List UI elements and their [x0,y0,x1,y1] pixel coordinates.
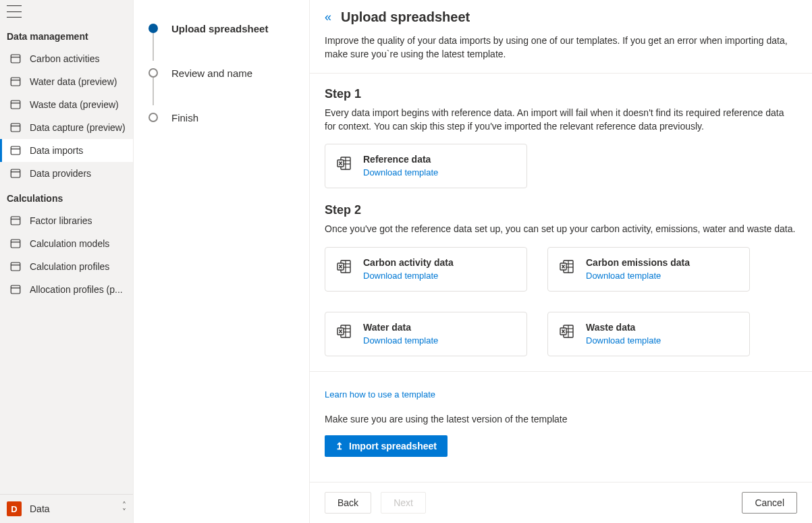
step-indicator-icon [148,68,158,78]
wizard-step-review[interactable]: Review and name [148,62,294,84]
sidebar-item-data-capture[interactable]: Data capture (preview) [0,116,133,139]
card-carbon-activity: Carbon activity data Download template [325,247,527,292]
sidebar-section-title: Calculations [0,185,133,209]
back-button[interactable]: Back [325,492,371,514]
step-indicator-icon [148,113,158,122]
wizard-steps: Upload spreadsheet Review and name Finis… [134,0,309,523]
sidebar-item-allocation-profiles[interactable]: Allocation profiles (p... [0,278,133,301]
download-template-link[interactable]: Download template [363,167,438,177]
sidebar-item-calculation-profiles[interactable]: Calculation profiles [0,255,133,278]
card-title: Carbon activity data [363,257,454,268]
waste-icon [9,99,22,111]
capture-icon [9,121,22,134]
wizard-step-upload[interactable]: Upload spreadsheet [148,18,294,39]
page-title: Upload spreadsheet [341,9,470,25]
sidebar-item-factor-libraries[interactable]: Factor libraries [0,209,133,232]
learn-how-link[interactable]: Learn how to use a template [325,389,435,400]
next-button[interactable]: Next [381,492,426,514]
page-subtitle: Improve the quality of your data imports… [325,34,797,61]
template-version-note: Make sure you are using the latest versi… [325,414,797,424]
app-name: Data [30,503,114,514]
sidebar-item-data-imports[interactable]: Data imports [0,139,133,162]
sidebar-section-title: Data management [0,23,133,47]
allocation-icon [9,283,22,296]
sidebar-item-label: Carbon activities [30,53,100,64]
sidebar-item-label: Data imports [30,145,83,156]
download-template-link[interactable]: Download template [586,271,661,281]
sidebar-item-label: Water data (preview) [30,76,117,87]
sidebar-item-water-data[interactable]: Water data (preview) [0,70,133,93]
main-panel: « Upload spreadsheet Improve the quality… [309,0,812,523]
excel-icon [336,323,352,339]
updown-icon: ˄˅ [122,502,126,516]
cancel-button[interactable]: Cancel [742,492,797,514]
upload-icon: ↥ [335,441,344,451]
excel-icon [559,323,575,339]
sidebar-item-label: Data capture (preview) [30,122,126,133]
sidebar-item-data-providers[interactable]: Data providers [0,162,133,185]
left-sidebar: Data management Carbon activities Water … [0,0,134,523]
sidebar-item-label: Waste data (preview) [30,99,119,110]
primary-button-label: Import spreadsheet [349,441,437,451]
card-waste-data: Waste data Download template [547,312,750,356]
app-switcher[interactable]: D Data ˄˅ [0,494,133,523]
excel-icon [336,258,352,275]
card-title: Reference data [363,154,438,165]
step1-heading: Step 1 [325,87,797,101]
excel-icon [559,258,575,275]
imports-icon [9,144,22,157]
sidebar-item-label: Data providers [30,168,91,179]
providers-icon [9,167,22,180]
step-label: Review and name [171,67,252,79]
card-reference-data: Reference data Download template [325,144,527,188]
wizard-step-finish[interactable]: Finish [148,107,294,128]
step-indicator-active-icon [148,24,158,33]
sidebar-item-carbon-activities[interactable]: Carbon activities [0,47,133,70]
models-icon [9,238,22,250]
download-template-link[interactable]: Download template [586,335,661,346]
sidebar-item-waste-data[interactable]: Waste data (preview) [0,93,133,116]
step-label: Upload spreadsheet [171,23,268,34]
hamburger-icon[interactable] [7,5,22,18]
step2-heading: Step 2 [325,203,797,217]
app-badge: D [7,501,22,516]
step1-desc: Every data import begins with reference … [325,107,797,133]
excel-icon [336,155,352,171]
collapse-chevrons-icon[interactable]: « [325,10,331,24]
download-template-link[interactable]: Download template [363,271,438,281]
step-label: Finish [171,112,198,123]
card-water-data: Water data Download template [325,312,527,356]
sidebar-item-calculation-models[interactable]: Calculation models [0,232,133,255]
panel-scroll[interactable]: « Upload spreadsheet Improve the quality… [310,0,812,482]
water-icon [9,76,22,88]
divider [310,371,812,372]
card-carbon-emissions: Carbon emissions data Download template [547,247,750,292]
divider [310,73,812,74]
sidebar-item-label: Calculation profiles [30,261,109,272]
panel-footer: Back Next Cancel [310,482,812,523]
sidebar-item-label: Factor libraries [30,215,92,226]
card-title: Waste data [586,322,661,333]
card-title: Carbon emissions data [586,257,690,268]
sidebar-item-label: Calculation models [30,238,109,249]
library-icon [9,215,22,227]
download-template-link[interactable]: Download template [363,335,438,346]
profiles-icon [9,260,22,273]
carbon-icon [9,53,22,65]
import-spreadsheet-button[interactable]: ↥ Import spreadsheet [325,435,448,457]
step2-desc: Once you've got the reference data set u… [325,223,797,236]
sidebar-item-label: Allocation profiles (p... [30,284,123,295]
card-title: Water data [363,322,438,333]
